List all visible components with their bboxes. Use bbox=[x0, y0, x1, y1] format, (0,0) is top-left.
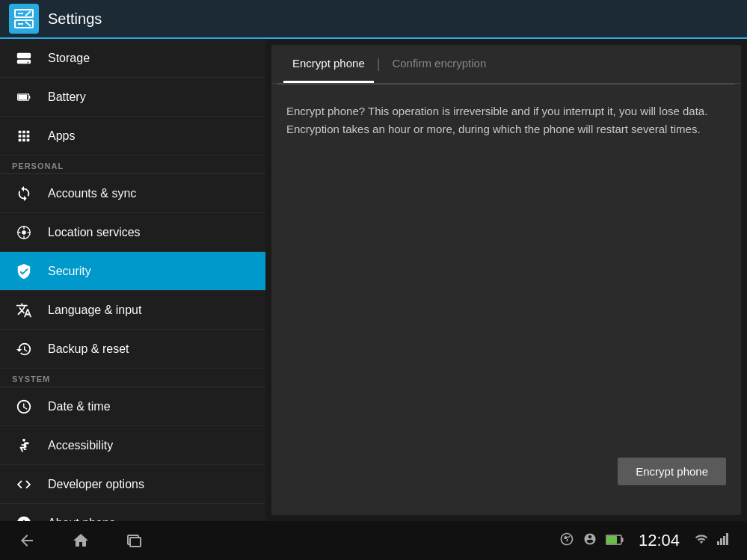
sidebar-item-about-phone[interactable]: About phone bbox=[0, 504, 265, 521]
svg-rect-21 bbox=[720, 538, 722, 545]
sidebar-item-storage[interactable]: Storage bbox=[0, 39, 265, 78]
sidebar-item-accounts-sync[interactable]: Accounts & sync bbox=[0, 174, 265, 213]
sidebar-item-label-accounts-sync: Accounts & sync bbox=[48, 187, 136, 200]
backup-icon bbox=[12, 337, 36, 361]
tabs: Encrypt phone | Confirm encryption bbox=[271, 45, 741, 84]
sidebar-item-backup-reset[interactable]: Backup & reset bbox=[0, 330, 265, 369]
section-personal: PERSONAL bbox=[0, 156, 265, 173]
nav-time: 12:04 bbox=[639, 531, 680, 550]
sidebar-item-date-time[interactable]: Date & time bbox=[0, 387, 265, 426]
encrypt-description: Encrypt phone? This operation is irrever… bbox=[286, 102, 726, 138]
sidebar-item-label-developer-options: Developer options bbox=[48, 478, 144, 491]
accessibility-icon bbox=[12, 434, 36, 458]
svg-rect-19 bbox=[606, 536, 617, 544]
svg-rect-7 bbox=[19, 94, 28, 99]
sidebar-item-location-services[interactable]: Location services bbox=[0, 213, 265, 252]
clock-icon bbox=[12, 395, 36, 419]
tab-confirm-encryption[interactable]: Confirm encryption bbox=[383, 45, 495, 83]
nav-right: 12:04 bbox=[559, 531, 729, 550]
tab-divider: | bbox=[374, 56, 384, 72]
battery-status-icon bbox=[606, 533, 624, 549]
sidebar-item-label-backup-reset: Backup & reset bbox=[48, 342, 129, 356]
sidebar-item-security[interactable]: Security bbox=[0, 252, 265, 291]
sidebar-item-battery[interactable]: Battery bbox=[0, 78, 265, 117]
app-icon bbox=[9, 4, 39, 34]
main-container: Storage Battery Apps PERSONAL Accounts &… bbox=[0, 39, 747, 521]
signal-icon bbox=[695, 532, 708, 550]
recents-button[interactable] bbox=[126, 532, 144, 550]
svg-rect-23 bbox=[726, 533, 728, 545]
sidebar-item-label-security: Security bbox=[48, 265, 91, 278]
sidebar-item-label-storage: Storage bbox=[48, 52, 90, 65]
top-bar: Settings bbox=[0, 0, 747, 39]
sidebar-item-apps[interactable]: Apps bbox=[0, 117, 265, 156]
apps-icon bbox=[12, 124, 36, 148]
svg-rect-20 bbox=[717, 541, 719, 545]
developer-icon bbox=[12, 473, 36, 496]
sidebar-item-label-language-input: Language & input bbox=[48, 304, 141, 317]
sidebar-item-language-input[interactable]: Language & input bbox=[0, 291, 265, 330]
signal-bars-icon bbox=[717, 533, 729, 549]
language-icon bbox=[12, 298, 36, 322]
sidebar-item-accessibility[interactable]: Accessibility bbox=[0, 426, 265, 465]
sidebar-item-label-accessibility: Accessibility bbox=[48, 439, 113, 452]
sidebar: Storage Battery Apps PERSONAL Accounts &… bbox=[0, 39, 265, 521]
tab-encrypt-phone[interactable]: Encrypt phone bbox=[283, 45, 374, 83]
usb-icon bbox=[559, 532, 574, 550]
svg-rect-18 bbox=[621, 538, 624, 542]
sidebar-item-label-date-time: Date & time bbox=[48, 400, 111, 413]
section-system: SYSTEM bbox=[0, 369, 265, 387]
svg-rect-16 bbox=[130, 538, 141, 547]
sidebar-item-label-location-services: Location services bbox=[48, 226, 141, 239]
sidebar-item-label-apps: Apps bbox=[48, 129, 75, 143]
svg-point-14 bbox=[22, 438, 25, 441]
data-icon bbox=[583, 532, 597, 550]
content-body: Encrypt phone? This operation is irrever… bbox=[271, 84, 741, 515]
sidebar-item-developer-options[interactable]: Developer options bbox=[0, 465, 265, 504]
sync-icon bbox=[12, 182, 36, 206]
back-button[interactable] bbox=[18, 532, 36, 550]
about-icon bbox=[12, 511, 36, 522]
encrypt-button-container: Encrypt phone bbox=[286, 458, 726, 497]
battery-icon bbox=[12, 85, 36, 109]
nav-left bbox=[18, 532, 144, 550]
content-panel: Encrypt phone | Confirm encryption Encry… bbox=[271, 45, 741, 515]
svg-point-9 bbox=[22, 230, 26, 235]
nav-bar: 12:04 bbox=[0, 521, 747, 560]
storage-icon bbox=[12, 46, 36, 70]
encrypt-phone-button[interactable]: Encrypt phone bbox=[618, 458, 726, 485]
app-title: Settings bbox=[48, 10, 102, 28]
sidebar-item-label-battery: Battery bbox=[48, 90, 86, 104]
security-icon bbox=[12, 259, 36, 283]
svg-line-4 bbox=[25, 11, 31, 16]
home-button[interactable] bbox=[72, 532, 90, 550]
svg-rect-22 bbox=[723, 536, 725, 545]
location-icon bbox=[12, 221, 36, 244]
svg-line-5 bbox=[25, 22, 31, 26]
